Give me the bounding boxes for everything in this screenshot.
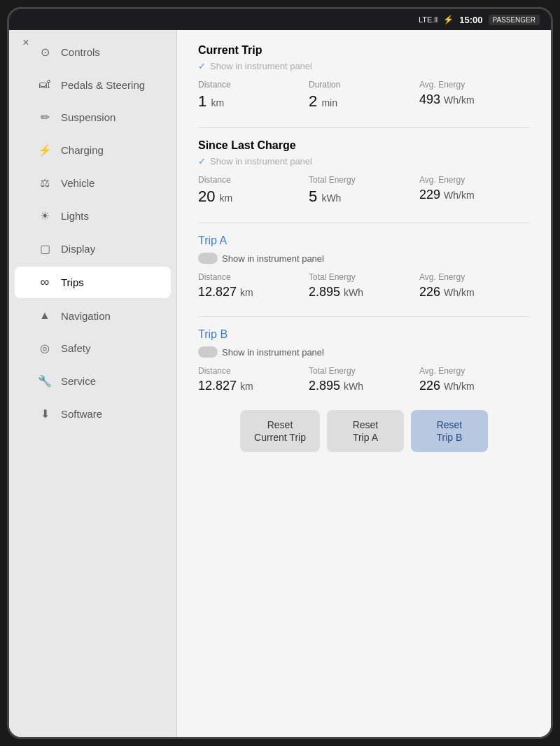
current-trip-metrics: Distance 1 km Duration 2 min: [198, 80, 530, 111]
signal-indicator: LTE.ll: [419, 15, 438, 24]
sidebar-label-software: Software: [61, 408, 102, 420]
reset-trip-b-button[interactable]: ResetTrip B: [411, 410, 488, 452]
sidebar-label-lights: Lights: [61, 210, 89, 222]
trip-b-title: Trip B: [198, 328, 530, 341]
current-trip-show-panel-row: ✓ Show in instrument panel: [198, 61, 530, 71]
trip-a-totalenergy-label: Total Energy: [309, 272, 419, 282]
service-icon: 🔧: [37, 374, 52, 388]
passenger-badge: PASSENGER: [489, 15, 540, 25]
display-icon: ▢: [37, 242, 52, 255]
controls-icon: ⊙: [37, 45, 52, 59]
trip-b-metrics: Distance 12.827 km Total Energy 2.895 kW…: [198, 366, 530, 393]
sidebar-item-display[interactable]: ▢ Display: [9, 232, 176, 265]
sidebar-label-display: Display: [61, 243, 95, 255]
trip-a-avgenergy-label: Avg. Energy: [419, 272, 530, 282]
trip-a-metrics: Distance 12.827 km Total Energy 2.895 kW…: [198, 272, 530, 300]
trip-b-totalenergy-value: 2.895 kWh: [309, 379, 419, 393]
trip-b-avgenergy-value: 226 Wh/km: [419, 379, 530, 393]
since-last-charge-show-panel-row: ✓ Show in instrument panel: [198, 156, 530, 167]
sidebar-item-trips[interactable]: ∞ Trips: [15, 267, 171, 298]
trip-a-distance-label: Distance: [198, 272, 309, 282]
sidebar-label-trips: Trips: [61, 276, 84, 288]
trip-a-show-panel-label: Show in instrument panel: [222, 253, 324, 264]
sidebar-item-pedals[interactable]: 🛋 Pedals & Steering: [9, 69, 176, 101]
trip-b-distance-label: Distance: [198, 366, 309, 376]
divider-1: [198, 127, 530, 128]
sidebar-item-safety[interactable]: ◎ Safety: [9, 332, 176, 365]
device-frame: LTE.ll ⚡ 15:00 PASSENGER × ⊙ Controls 🛋 …: [7, 7, 553, 739]
trip-a-title: Trip A: [198, 234, 530, 247]
trip-a-distance-value: 12.827 km: [198, 285, 309, 300]
main-content: Current Trip ✓ Show in instrument panel …: [177, 30, 551, 737]
trip-b-distance-col: Distance 12.827 km: [198, 366, 309, 393]
current-trip-avgenergy-col: Avg. Energy 493 Wh/km: [419, 80, 530, 111]
divider-3: [198, 316, 530, 317]
trip-b-totalenergy-label: Total Energy: [309, 366, 419, 376]
trip-a-totalenergy-col: Total Energy 2.895 kWh: [309, 272, 419, 300]
trips-icon: ∞: [37, 275, 52, 290]
status-bar: LTE.ll ⚡ 15:00 PASSENGER: [9, 9, 551, 30]
sidebar-label-safety: Safety: [61, 342, 91, 354]
since-last-charge-show-panel-label: Show in instrument panel: [210, 156, 312, 167]
sidebar-label-pedals: Pedals & Steering: [61, 79, 145, 91]
current-trip-duration-value: 2 min: [309, 92, 419, 111]
current-trip-title: Current Trip: [198, 44, 530, 57]
sidebar-item-suspension[interactable]: ✏ Suspension: [9, 101, 176, 134]
since-last-charge-avgenergy-col: Avg. Energy 229 Wh/km: [419, 175, 530, 206]
since-last-charge-distance-label: Distance: [198, 175, 309, 185]
charging-icon: ⚡: [37, 143, 52, 157]
since-last-charge-totalenergy-col: Total Energy 5 kWh: [309, 175, 419, 206]
sidebar-label-vehicle: Vehicle: [61, 177, 94, 189]
sidebar-label-service: Service: [61, 375, 96, 387]
trip-a-avgenergy-value: 226 Wh/km: [419, 285, 530, 300]
lights-icon: ☀: [37, 209, 52, 223]
navigation-icon: ▲: [37, 309, 52, 322]
software-icon: ⬇: [37, 407, 52, 421]
since-last-charge-avgenergy-value: 229 Wh/km: [419, 188, 530, 202]
trip-a-section: Trip A Show in instrument panel Distance…: [198, 234, 530, 300]
since-last-charge-title: Since Last Charge: [198, 139, 530, 152]
current-trip-duration-col: Duration 2 min: [309, 80, 419, 111]
trip-b-toggle[interactable]: [198, 346, 218, 358]
time-display: 15:00: [459, 15, 482, 25]
vehicle-icon: ⚖: [37, 176, 52, 190]
sidebar-item-service[interactable]: 🔧 Service: [9, 365, 176, 397]
since-last-charge-avgenergy-label: Avg. Energy: [419, 175, 530, 185]
sidebar-item-vehicle[interactable]: ⚖ Vehicle: [9, 167, 176, 199]
current-trip-section: Current Trip ✓ Show in instrument panel …: [198, 44, 530, 111]
suspension-icon: ✏: [37, 111, 52, 124]
close-button[interactable]: ×: [18, 34, 34, 51]
since-last-charge-section: Since Last Charge ✓ Show in instrument p…: [198, 139, 530, 206]
reset-buttons-row: ResetCurrent Trip ResetTrip A ResetTrip …: [198, 410, 530, 452]
trip-b-avgenergy-col: Avg. Energy 226 Wh/km: [419, 366, 530, 393]
sidebar-item-charging[interactable]: ⚡ Charging: [9, 134, 176, 167]
trip-a-totalenergy-value: 2.895 kWh: [309, 285, 419, 300]
current-trip-show-panel-label: Show in instrument panel: [210, 61, 312, 71]
current-trip-distance-label: Distance: [198, 80, 309, 90]
trip-b-avgenergy-label: Avg. Energy: [419, 366, 530, 376]
sidebar-label-suspension: Suspension: [61, 111, 115, 123]
sidebar-item-navigation[interactable]: ▲ Navigation: [9, 300, 176, 332]
current-trip-distance-value: 1 km: [198, 92, 309, 111]
since-last-charge-totalenergy-label: Total Energy: [309, 175, 419, 185]
trip-b-show-panel-label: Show in instrument panel: [222, 347, 324, 358]
divider-2: [198, 223, 530, 223]
trip-a-toggle[interactable]: [198, 253, 218, 264]
reset-current-trip-button[interactable]: ResetCurrent Trip: [240, 410, 320, 452]
sidebar-item-software[interactable]: ⬇ Software: [9, 397, 176, 430]
trip-a-distance-col: Distance 12.827 km: [198, 272, 309, 300]
trip-a-show-panel-row[interactable]: Show in instrument panel: [198, 253, 530, 264]
trip-b-distance-value: 12.827 km: [198, 379, 309, 393]
trip-b-section: Trip B Show in instrument panel Distance…: [198, 328, 530, 393]
sidebar-item-lights[interactable]: ☀ Lights: [9, 199, 176, 232]
sidebar-label-navigation: Navigation: [61, 310, 111, 322]
trip-a-avgenergy-col: Avg. Energy 226 Wh/km: [419, 272, 530, 300]
safety-icon: ◎: [37, 342, 52, 355]
reset-trip-a-button[interactable]: ResetTrip A: [327, 410, 404, 452]
since-last-charge-metrics: Distance 20 km Total Energy 5 kWh: [198, 175, 530, 206]
since-last-charge-distance-col: Distance 20 km: [198, 175, 309, 206]
app-container: × ⊙ Controls 🛋 Pedals & Steering ✏ Suspe…: [9, 30, 551, 737]
current-trip-duration-label: Duration: [309, 80, 419, 90]
since-last-charge-totalenergy-value: 5 kWh: [309, 188, 419, 206]
trip-b-show-panel-row[interactable]: Show in instrument panel: [198, 346, 530, 358]
